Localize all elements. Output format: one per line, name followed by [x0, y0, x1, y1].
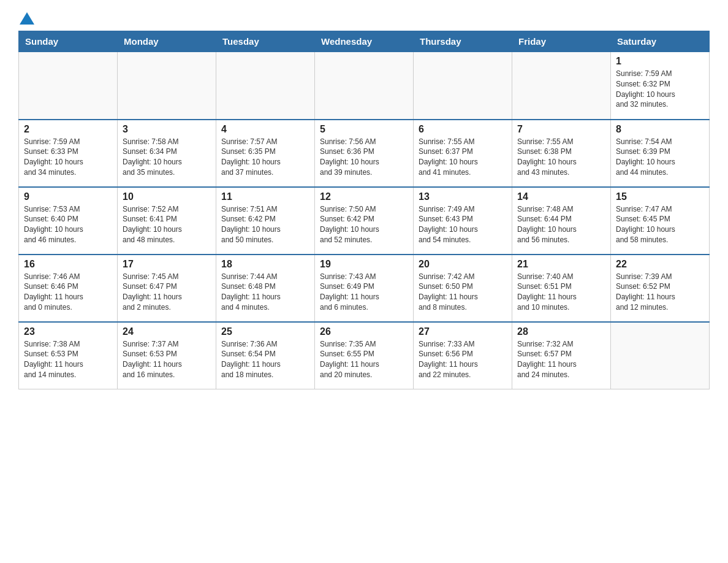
day-number: 18 — [221, 259, 309, 270]
day-number: 3 — [123, 124, 211, 135]
calendar-cell: 26Sunrise: 7:35 AM Sunset: 6:55 PM Dayli… — [315, 322, 414, 389]
calendar-cell: 8Sunrise: 7:54 AM Sunset: 6:39 PM Daylig… — [611, 120, 710, 187]
day-number: 20 — [419, 259, 507, 270]
day-number: 19 — [320, 259, 408, 270]
calendar-cell: 5Sunrise: 7:56 AM Sunset: 6:36 PM Daylig… — [315, 120, 414, 187]
day-number: 25 — [221, 326, 309, 337]
day-info: Sunrise: 7:45 AM Sunset: 6:47 PM Dayligh… — [123, 272, 211, 313]
calendar-cell: 19Sunrise: 7:43 AM Sunset: 6:49 PM Dayli… — [315, 255, 414, 322]
calendar-cell: 25Sunrise: 7:36 AM Sunset: 6:54 PM Dayli… — [216, 322, 315, 389]
day-number: 15 — [616, 191, 704, 202]
day-info: Sunrise: 7:38 AM Sunset: 6:53 PM Dayligh… — [24, 339, 112, 380]
day-info: Sunrise: 7:48 AM Sunset: 6:44 PM Dayligh… — [517, 204, 605, 245]
calendar-cell: 13Sunrise: 7:49 AM Sunset: 6:43 PM Dayli… — [414, 187, 512, 255]
day-number: 1 — [616, 56, 704, 67]
logo — [18, 12, 34, 25]
calendar-cell: 24Sunrise: 7:37 AM Sunset: 6:53 PM Dayli… — [118, 322, 216, 389]
day-number: 14 — [517, 191, 605, 202]
calendar-cell: 11Sunrise: 7:51 AM Sunset: 6:42 PM Dayli… — [216, 187, 315, 255]
week-row-1: 1Sunrise: 7:59 AM Sunset: 6:32 PM Daylig… — [19, 52, 710, 120]
day-info: Sunrise: 7:32 AM Sunset: 6:57 PM Dayligh… — [517, 339, 605, 380]
weekday-header-friday: Friday — [512, 31, 611, 52]
day-number: 23 — [24, 326, 112, 337]
weekday-header-saturday: Saturday — [611, 31, 710, 52]
day-info: Sunrise: 7:39 AM Sunset: 6:52 PM Dayligh… — [616, 272, 704, 313]
day-info: Sunrise: 7:37 AM Sunset: 6:53 PM Dayligh… — [123, 339, 211, 380]
calendar-cell — [118, 52, 216, 120]
day-info: Sunrise: 7:40 AM Sunset: 6:51 PM Dayligh… — [517, 272, 605, 313]
calendar-cell: 9Sunrise: 7:53 AM Sunset: 6:40 PM Daylig… — [19, 187, 118, 255]
day-number: 26 — [320, 326, 408, 337]
day-number: 12 — [320, 191, 408, 202]
day-info: Sunrise: 7:54 AM Sunset: 6:39 PM Dayligh… — [616, 137, 704, 178]
day-info: Sunrise: 7:59 AM Sunset: 6:33 PM Dayligh… — [24, 137, 112, 178]
weekday-header-sunday: Sunday — [19, 31, 118, 52]
calendar-cell: 2Sunrise: 7:59 AM Sunset: 6:33 PM Daylig… — [19, 120, 118, 187]
day-info: Sunrise: 7:57 AM Sunset: 6:35 PM Dayligh… — [221, 137, 309, 178]
calendar-cell: 1Sunrise: 7:59 AM Sunset: 6:32 PM Daylig… — [611, 52, 710, 120]
calendar-cell: 23Sunrise: 7:38 AM Sunset: 6:53 PM Dayli… — [19, 322, 118, 389]
day-info: Sunrise: 7:46 AM Sunset: 6:46 PM Dayligh… — [24, 272, 112, 313]
day-number: 16 — [24, 259, 112, 270]
day-info: Sunrise: 7:47 AM Sunset: 6:45 PM Dayligh… — [616, 204, 704, 245]
day-number: 9 — [24, 191, 112, 202]
day-info: Sunrise: 7:43 AM Sunset: 6:49 PM Dayligh… — [320, 272, 408, 313]
calendar-cell: 20Sunrise: 7:42 AM Sunset: 6:50 PM Dayli… — [414, 255, 512, 322]
day-number: 10 — [123, 191, 211, 202]
day-info: Sunrise: 7:59 AM Sunset: 6:32 PM Dayligh… — [616, 69, 704, 110]
day-number: 6 — [419, 124, 507, 135]
day-number: 8 — [616, 124, 704, 135]
calendar-cell: 18Sunrise: 7:44 AM Sunset: 6:48 PM Dayli… — [216, 255, 315, 322]
page-header — [18, 12, 710, 25]
day-info: Sunrise: 7:56 AM Sunset: 6:36 PM Dayligh… — [320, 137, 408, 178]
day-number: 28 — [517, 326, 605, 337]
day-info: Sunrise: 7:36 AM Sunset: 6:54 PM Dayligh… — [221, 339, 309, 380]
day-number: 11 — [221, 191, 309, 202]
day-info: Sunrise: 7:52 AM Sunset: 6:41 PM Dayligh… — [123, 204, 211, 245]
day-number: 2 — [24, 124, 112, 135]
calendar-cell — [216, 52, 315, 120]
day-number: 5 — [320, 124, 408, 135]
week-row-4: 16Sunrise: 7:46 AM Sunset: 6:46 PM Dayli… — [19, 255, 710, 322]
calendar-cell: 15Sunrise: 7:47 AM Sunset: 6:45 PM Dayli… — [611, 187, 710, 255]
day-info: Sunrise: 7:55 AM Sunset: 6:37 PM Dayligh… — [419, 137, 507, 178]
calendar-cell: 14Sunrise: 7:48 AM Sunset: 6:44 PM Dayli… — [512, 187, 611, 255]
calendar-cell: 16Sunrise: 7:46 AM Sunset: 6:46 PM Dayli… — [19, 255, 118, 322]
weekday-header-wednesday: Wednesday — [315, 31, 414, 52]
day-number: 4 — [221, 124, 309, 135]
day-info: Sunrise: 7:55 AM Sunset: 6:38 PM Dayligh… — [517, 137, 605, 178]
week-row-2: 2Sunrise: 7:59 AM Sunset: 6:33 PM Daylig… — [19, 120, 710, 187]
week-row-5: 23Sunrise: 7:38 AM Sunset: 6:53 PM Dayli… — [19, 322, 710, 389]
calendar-cell: 28Sunrise: 7:32 AM Sunset: 6:57 PM Dayli… — [512, 322, 611, 389]
day-number: 24 — [123, 326, 211, 337]
calendar-cell: 21Sunrise: 7:40 AM Sunset: 6:51 PM Dayli… — [512, 255, 611, 322]
calendar-cell — [611, 322, 710, 389]
day-number: 21 — [517, 259, 605, 270]
day-info: Sunrise: 7:49 AM Sunset: 6:43 PM Dayligh… — [419, 204, 507, 245]
calendar-cell: 6Sunrise: 7:55 AM Sunset: 6:37 PM Daylig… — [414, 120, 512, 187]
calendar-cell: 17Sunrise: 7:45 AM Sunset: 6:47 PM Dayli… — [118, 255, 216, 322]
day-number: 13 — [419, 191, 507, 202]
calendar-cell: 10Sunrise: 7:52 AM Sunset: 6:41 PM Dayli… — [118, 187, 216, 255]
week-row-3: 9Sunrise: 7:53 AM Sunset: 6:40 PM Daylig… — [19, 187, 710, 255]
calendar-cell: 12Sunrise: 7:50 AM Sunset: 6:42 PM Dayli… — [315, 187, 414, 255]
day-number: 27 — [419, 326, 507, 337]
weekday-header-tuesday: Tuesday — [216, 31, 315, 52]
calendar-cell: 7Sunrise: 7:55 AM Sunset: 6:38 PM Daylig… — [512, 120, 611, 187]
day-info: Sunrise: 7:58 AM Sunset: 6:34 PM Dayligh… — [123, 137, 211, 178]
calendar-cell — [512, 52, 611, 120]
day-info: Sunrise: 7:35 AM Sunset: 6:55 PM Dayligh… — [320, 339, 408, 380]
day-info: Sunrise: 7:33 AM Sunset: 6:56 PM Dayligh… — [419, 339, 507, 380]
calendar-cell: 3Sunrise: 7:58 AM Sunset: 6:34 PM Daylig… — [118, 120, 216, 187]
day-info: Sunrise: 7:44 AM Sunset: 6:48 PM Dayligh… — [221, 272, 309, 313]
calendar-cell — [19, 52, 118, 120]
weekday-header-monday: Monday — [118, 31, 216, 52]
calendar-cell — [315, 52, 414, 120]
day-info: Sunrise: 7:50 AM Sunset: 6:42 PM Dayligh… — [320, 204, 408, 245]
calendar-cell — [414, 52, 512, 120]
calendar-cell: 27Sunrise: 7:33 AM Sunset: 6:56 PM Dayli… — [414, 322, 512, 389]
day-number: 22 — [616, 259, 704, 270]
weekday-header-row: SundayMondayTuesdayWednesdayThursdayFrid… — [19, 31, 710, 52]
day-number: 7 — [517, 124, 605, 135]
day-info: Sunrise: 7:51 AM Sunset: 6:42 PM Dayligh… — [221, 204, 309, 245]
